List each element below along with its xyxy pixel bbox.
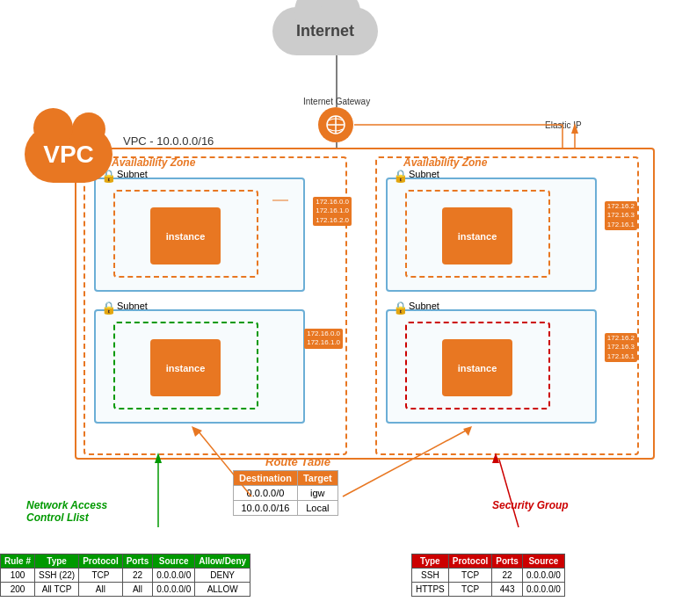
nacl-h4: Ports [122, 554, 153, 569]
rt-target-2: Local [297, 501, 338, 516]
route-table-label-container: Route Table [265, 455, 330, 468]
sg-r2-type: HTTPS [412, 583, 449, 597]
igw-label: Internet Gateway [303, 95, 370, 107]
nacl-h6: Allow/Deny [195, 554, 250, 569]
subnet-label-br: Subnet [409, 301, 439, 311]
sg-r1-proto: TCP [448, 569, 492, 583]
ip-box-tl: 172.16.0.0172.16.1.0172.16.2.0 [313, 197, 352, 226]
route-table: Destination Target 0.0.0.0/0 igw 10.0.0.… [233, 470, 338, 516]
sg-row-1: SSH TCP 22 0.0.0.0/0 [412, 569, 565, 583]
rt-row-2: 10.0.0.0/16 Local [234, 501, 338, 516]
sg-table: Type Protocol Ports Source SSH TCP 22 0.… [411, 554, 565, 597]
nacl-r1-action: DENY [195, 569, 250, 583]
subnet-bottom-right: 🔒 Subnet instance 172.16.2172.16.3172.16… [386, 309, 597, 424]
instance-tr: instance [442, 207, 512, 265]
sg-r2-proto: TCP [448, 583, 492, 597]
subnet-label-tl: Subnet [117, 169, 148, 179]
nacl-h3: Protocol [79, 554, 123, 569]
rt-dest-2: 10.0.0.0/16 [234, 501, 298, 516]
sg-bottom-right: instance [405, 322, 550, 409]
rt-target-1: igw [297, 486, 338, 501]
sg-h1: Type [412, 554, 449, 569]
nacl-table: Rule # Type Protocol Ports Source Allow/… [0, 554, 250, 597]
sg-h3: Ports [492, 554, 523, 569]
svg-line-15 [499, 460, 519, 527]
nacl-r2-action: ALLOW [195, 583, 250, 597]
sg-bottom-left: instance [113, 322, 258, 409]
instance-tl: instance [150, 207, 221, 265]
nacl-h5: Source [153, 554, 195, 569]
instance-bl: instance [150, 339, 221, 396]
nacl-h1: Rule # [1, 554, 35, 569]
sg-r2-ports: 443 [492, 583, 523, 597]
elastic-ip-label: Elastic IP [545, 119, 582, 131]
nacl-r1-type: SSH (22) [35, 569, 79, 583]
igw-circle [318, 107, 353, 142]
sg-label-container: Security Group [492, 499, 569, 511]
nacl-r2-type: All TCP [35, 583, 79, 597]
route-table-label: Route Table [265, 455, 330, 468]
rt-header-dest: Destination [234, 471, 298, 486]
vpc-cidr: VPC - 10.0.0.0/16 [123, 134, 214, 148]
nacl-label-container: Network AccessControl Llist [26, 499, 107, 524]
sg-top-left: instance [113, 190, 258, 278]
az-label-left: Availability Zone [112, 156, 195, 169]
lock-bottom-left: 🔒 [101, 301, 116, 315]
diagram-container: Internet Internet Gateway Elastic IP VPC… [0, 0, 675, 616]
ip-box-br: 172.16.2172.16.3172.16.1 [605, 333, 637, 362]
nacl-row-1: 100 SSH (22) TCP 22 0.0.0.0/0 DENY [1, 569, 250, 583]
rt-dest-1: 0.0.0.0/0 [234, 486, 298, 501]
lock-top-right: 🔒 [393, 169, 408, 183]
nacl-h2: Type [35, 554, 79, 569]
sg-r2-src: 0.0.0.0/0 [522, 583, 564, 597]
sg-label: Security Group [492, 499, 569, 511]
vpc-label: VPC [43, 141, 94, 169]
sg-top-right: instance [405, 190, 550, 278]
instance-label-bl: instance [166, 363, 206, 373]
rt-header-target: Target [297, 471, 338, 486]
subnet-label-tr: Subnet [409, 169, 439, 179]
subnet-bottom-left: 🔒 Subnet instance 172.16.0.0172.16.1.0 [94, 309, 305, 424]
subnet-top-right: 🔒 Subnet instance 172.16.2172.16.3172.16… [386, 178, 597, 292]
az-label-right: Availability Zone [403, 156, 487, 169]
nacl-r2-rule: 200 [1, 583, 35, 597]
subnet-top-left: 🔒 Subnet instance 172.16.0.0172.16.1.017… [94, 178, 305, 292]
az-left: Availability Zone 🔒 Subnet instance 172.… [83, 156, 347, 455]
vpc-box: Availability Zone 🔒 Subnet instance 172.… [75, 148, 655, 460]
nacl-r2-proto: All [79, 583, 123, 597]
az-right: Availability Zone 🔒 Subnet instance 172.… [375, 156, 639, 455]
sg-r1-ports: 22 [492, 569, 523, 583]
internet-cloud: Internet [272, 7, 378, 55]
nacl-row-2: 200 All TCP All All 0.0.0.0/0 ALLOW [1, 583, 250, 597]
sg-h2: Protocol [448, 554, 492, 569]
sg-h4: Source [522, 554, 564, 569]
instance-label-br: instance [458, 363, 497, 373]
nacl-r2-src: 0.0.0.0/0 [153, 583, 195, 597]
instance-br: instance [442, 339, 512, 396]
nacl-r1-ports: 22 [122, 569, 153, 583]
internet-label: Internet [296, 22, 354, 40]
sg-row-2: HTTPS TCP 443 0.0.0.0/0 [412, 583, 565, 597]
sg-r1-src: 0.0.0.0/0 [522, 569, 564, 583]
nacl-label: Network AccessControl Llist [26, 499, 107, 524]
instance-label-tl: instance [166, 231, 206, 242]
nacl-r1-src: 0.0.0.0/0 [153, 569, 195, 583]
subnet-label-bl: Subnet [117, 301, 148, 311]
rt-row-1: 0.0.0.0/0 igw [234, 486, 338, 501]
vpc-cloud: VPC [25, 126, 112, 183]
nacl-r1-proto: TCP [79, 569, 123, 583]
ip-box-bl: 172.16.0.0172.16.1.0 [304, 329, 343, 349]
nacl-r2-ports: All [122, 583, 153, 597]
instance-label-tr: instance [458, 231, 497, 242]
nacl-r1-rule: 100 [1, 569, 35, 583]
sg-r1-type: SSH [412, 569, 449, 583]
ip-box-tr: 172.16.2172.16.3172.16.1 [605, 201, 637, 230]
lock-bottom-right: 🔒 [393, 301, 408, 315]
